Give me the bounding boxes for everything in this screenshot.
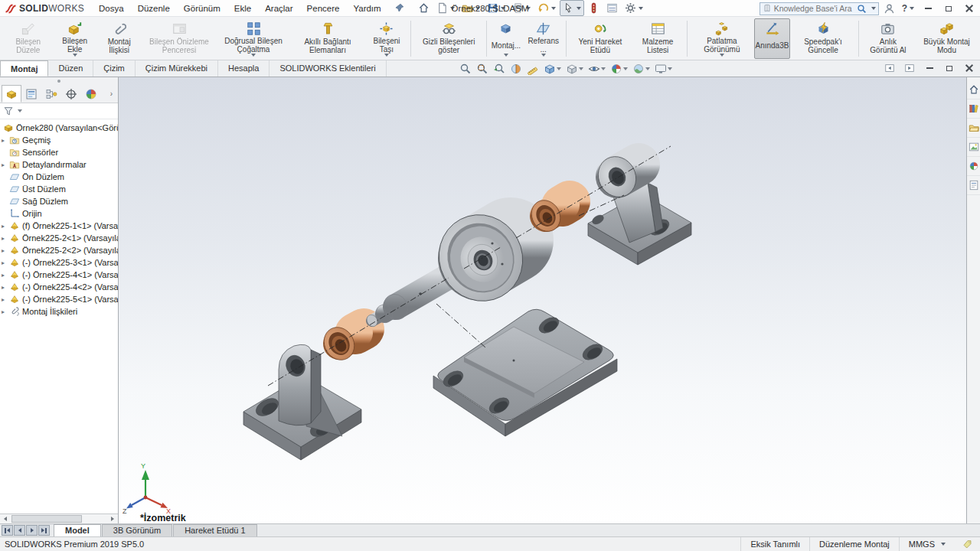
search-input[interactable] [774,4,854,13]
ribbon-button[interactable]: Montaj... [489,18,523,59]
tree-item[interactable]: Detaylandırmalar [0,158,118,171]
ribbon-button[interactable]: Referans ... [523,18,564,59]
command-tab[interactable]: SOLIDWORKS Eklentileri [270,60,386,77]
tree-item[interactable]: Geçmiş [0,134,118,146]
scroll-right-button[interactable] [107,514,118,523]
document-tab[interactable]: Hareket Etüdü 1 [173,524,257,536]
doc-minimize-button[interactable] [922,62,937,74]
panel-tab[interactable] [61,85,81,103]
tree-item[interactable]: Üst Düzlem [0,183,118,195]
quick-access-button[interactable] [603,0,621,16]
knowledge-base-search[interactable] [760,2,879,15]
panel-tab[interactable] [21,85,41,103]
ribbon-button[interactable]: Bileşeni Taşı [365,18,409,59]
ribbon-button[interactable]: Gizli Bileşenleri göster [413,18,483,59]
quick-access-button[interactable] [622,0,646,16]
menu-item[interactable]: Düzenle [131,0,177,17]
quick-access-button[interactable] [560,0,584,16]
tree-item[interactable]: (-) Örnek225-4<2> (Varsayıl [0,281,118,293]
tree-root-item[interactable]: Örnek280 (Varsayılan<Görüntü [0,122,118,134]
tree-item[interactable]: Örnek225-2<2> (Varsayılan [0,244,118,256]
expand-arrow-icon[interactable] [2,296,9,303]
scrollbar-thumb[interactable] [11,515,82,523]
heads-up-button[interactable] [564,61,585,77]
help-button[interactable]: ? [900,2,916,15]
app-restore-button[interactable] [939,2,958,15]
expand-arrow-icon[interactable] [2,223,9,230]
quick-access-button[interactable] [433,0,458,16]
expand-arrow-icon[interactable] [2,308,9,315]
command-tab[interactable]: Düzen [48,60,93,77]
tree-item[interactable]: Montaj İlişkileri [0,305,118,318]
search-dropdown-caret-icon[interactable] [871,7,876,10]
app-minimize-button[interactable] [919,2,937,15]
graphics-viewport[interactable]: Y X Z *İzometrik [119,77,966,523]
heads-up-button[interactable] [653,61,674,77]
part-bushing-left[interactable] [318,321,364,365]
expand-arrow-icon[interactable] [2,272,9,279]
panel-tab[interactable] [2,85,21,103]
expand-arrow-icon[interactable] [2,284,9,291]
part-bracket-left[interactable] [243,344,361,460]
document-tab[interactable]: 3B Görünüm [102,524,172,536]
heads-up-button[interactable] [508,61,524,77]
heads-up-button[interactable] [542,61,563,77]
ribbon-button[interactable]: Montaj İlişkisi [96,18,142,59]
task-pane-button[interactable] [967,138,980,157]
tree-item[interactable]: Sensörler [0,146,118,158]
ribbon-button[interactable]: Speedpak'ı Güncelle [790,18,856,59]
heads-up-button[interactable] [631,61,652,77]
first-tab-button[interactable] [2,525,13,536]
quick-access-button[interactable] [484,0,508,16]
app-close-button[interactable] [960,2,978,15]
tree-item[interactable]: Sağ Düzlem [0,195,118,207]
tree-item[interactable]: (f) Örnek225-1<1> (Varsayıl [0,220,118,232]
command-tab[interactable]: Çizim Mürekkebi [136,60,218,77]
ribbon-button[interactable]: Bileşen Düzele [3,18,54,59]
tree-item[interactable]: (-) Örnek225-4<1> (Varsayıl [0,269,118,281]
menu-item[interactable]: Pencere [300,0,347,17]
filter-caret-icon[interactable] [18,109,22,112]
command-tab[interactable]: Montaj [0,60,48,77]
ribbon-button[interactable]: Anlık Görüntü Al [861,18,915,59]
scrollbar-track[interactable] [11,514,107,523]
scroll-left-button[interactable] [0,514,11,523]
tree-item[interactable]: (-) Örnek225-5<1> (Varsayıl [0,293,118,305]
panel-tab[interactable] [81,85,101,103]
menu-item[interactable]: Görünüm [177,0,227,17]
quick-access-button[interactable] [459,0,483,16]
expand-arrow-icon[interactable] [2,247,9,254]
expand-arrow-icon[interactable] [2,235,9,242]
ribbon-button[interactable]: Patlatma Görünümü [690,18,754,59]
ribbon-button[interactable]: Büyük Montaj Modu [915,18,978,59]
tree-item[interactable]: Orijin [0,207,118,220]
ribbon-button[interactable]: Akıllı Bağlantı Elemanları [291,18,365,59]
tree-item[interactable]: (-) Örnek225-3<1> (Varsayıl [0,256,118,269]
ribbon-button[interactable]: Yeni Hareket Etüdü [569,18,631,59]
command-tab[interactable]: Çizim [93,60,136,77]
ribbon-button[interactable]: Doğrusal Bileşen Çoğaltma [217,18,291,59]
menu-item[interactable]: Yardım [346,0,387,17]
previous-tab-button[interactable] [14,525,25,536]
heads-up-button[interactable] [609,61,629,77]
doc-restore-button[interactable] [942,62,957,74]
command-tab[interactable]: Hesapla [218,60,270,77]
heads-up-button[interactable] [586,61,607,77]
part-base-plate[interactable] [433,309,617,436]
quick-access-button[interactable] [509,0,534,16]
heads-up-button[interactable] [525,61,541,77]
viewport-canvas[interactable]: Y X Z *İzometrik [119,77,966,523]
panel-splitter-handle[interactable] [0,77,118,84]
menu-item[interactable]: Ekle [227,0,258,17]
ribbon-button[interactable]: Bileşen Ekle [54,18,96,59]
task-pane-button[interactable] [967,119,980,138]
next-tab-button[interactable] [26,525,38,536]
menu-item[interactable]: Dosya [92,0,131,17]
doc-close-button[interactable] [962,62,977,74]
task-pane-button[interactable] [967,157,980,176]
task-pane-button[interactable] [967,176,980,195]
tag-button[interactable] [955,540,975,549]
ribbon-button[interactable]: Bileşen Önizleme Penceresi [142,18,217,59]
expand-arrow-icon[interactable] [2,259,9,266]
tree-item[interactable]: Örnek225-2<1> (Varsayılan [0,232,118,244]
